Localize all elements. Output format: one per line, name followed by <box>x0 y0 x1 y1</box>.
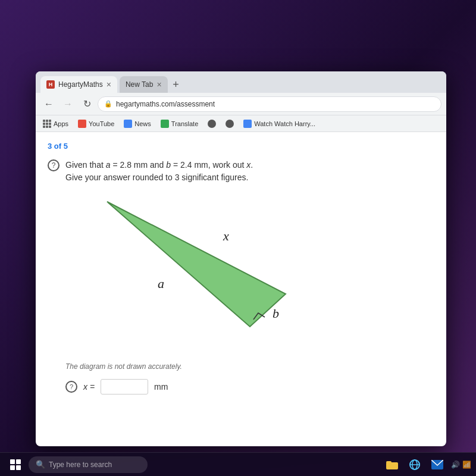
taskbar-icon-folder[interactable] <box>383 456 401 474</box>
question-counter: 3 of 5 <box>48 142 434 151</box>
tab-label-newtab: New Tab <box>126 80 153 89</box>
tab-newtab[interactable]: New Tab × <box>120 76 168 93</box>
address-text: hegartymaths.com/assessment <box>116 100 215 108</box>
svg-text:b: b <box>273 306 279 321</box>
tab-hegartymaths[interactable]: H HegartyMaths × <box>40 76 117 93</box>
question-text: Given that a = 2.8 mm and b = 2.4 mm, wo… <box>65 159 253 184</box>
taskbar-right: 🔊 📶 <box>383 456 471 474</box>
bookmark-watch-label: Watch Watch Harry... <box>254 120 315 127</box>
back-button[interactable]: ← <box>40 96 57 112</box>
answer-input[interactable] <box>101 379 148 394</box>
svg-text:a: a <box>158 276 164 291</box>
bookmark-apps[interactable]: Apps <box>40 118 71 129</box>
svg-marker-0 <box>107 202 286 327</box>
triangle-diagram: x a b <box>65 190 292 356</box>
svg-rect-5 <box>386 461 392 464</box>
tab-bar: H HegartyMaths × New Tab × + <box>36 71 446 93</box>
apps-icon <box>43 120 51 128</box>
bookmark-translate[interactable]: Translate <box>158 118 201 129</box>
globe-icon-1 <box>208 120 216 128</box>
bookmark-youtube[interactable]: YouTube <box>76 118 117 129</box>
lock-icon: 🔒 <box>104 100 112 108</box>
browser-chrome: H HegartyMaths × New Tab × + ← → ↻ 🔒 heg… <box>36 71 446 132</box>
new-tab-button[interactable]: + <box>168 76 184 93</box>
news-icon <box>124 120 132 128</box>
windows-logo <box>10 459 21 470</box>
bookmarks-bar: Apps YouTube News Translate Wa <box>36 115 446 132</box>
google-icon <box>243 120 252 128</box>
tab-label-hegartymaths: HegartyMaths <box>58 80 103 89</box>
triangle-svg: x a b <box>65 190 292 356</box>
question-help-icon[interactable]: ? <box>48 159 60 171</box>
svg-text:x: x <box>223 228 229 243</box>
taskbar-search[interactable]: 🔍 Type here to search <box>29 456 148 473</box>
answer-help-icon[interactable]: ? <box>65 381 77 393</box>
bookmark-youtube-label: YouTube <box>89 120 114 127</box>
bookmark-globe2[interactable] <box>223 118 236 129</box>
answer-row: ? x = mm <box>65 379 434 394</box>
bookmark-apps-label: Apps <box>54 120 68 127</box>
answer-label: x = <box>83 382 95 392</box>
network-icon: 📶 <box>462 461 471 469</box>
start-button[interactable] <box>5 455 26 474</box>
reload-button[interactable]: ↻ <box>79 96 95 112</box>
question-area: ? Given that a = 2.8 mm and b = 2.4 mm, … <box>48 159 434 184</box>
sys-tray: 🔊 📶 <box>451 461 471 469</box>
clock: 🔊 <box>451 461 460 469</box>
forward-button[interactable]: → <box>60 96 76 112</box>
tab-close-newtab[interactable]: × <box>156 80 161 89</box>
taskbar-icon-browser[interactable] <box>406 456 424 474</box>
taskbar: 🔍 Type here to search 🔊 📶 <box>0 452 476 476</box>
diagram-caption: The diagram is not drawn accurately. <box>65 362 434 371</box>
address-bar[interactable]: 🔒 hegartymaths.com/assessment <box>98 96 441 112</box>
taskbar-search-icon: 🔍 <box>36 460 45 469</box>
nav-bar: ← → ↻ 🔒 hegartymaths.com/assessment <box>36 93 446 115</box>
page-content: 3 of 5 ? Given that a = 2.8 mm and b = 2… <box>36 132 446 446</box>
youtube-icon <box>78 120 86 128</box>
bookmark-google-watch[interactable]: Watch Watch Harry... <box>241 118 318 129</box>
taskbar-icon-mail[interactable] <box>428 456 446 474</box>
translate-icon <box>161 120 169 128</box>
answer-unit: mm <box>154 382 168 392</box>
bookmark-news-label: News <box>134 120 151 127</box>
globe-icon-2 <box>226 120 234 128</box>
bookmark-translate-label: Translate <box>171 120 198 127</box>
bookmark-globe1[interactable] <box>205 118 218 129</box>
browser-window: H HegartyMaths × New Tab × + ← → ↻ 🔒 heg… <box>36 71 446 446</box>
bookmark-news[interactable]: News <box>121 118 154 129</box>
tab-close-hegartymaths[interactable]: × <box>107 80 111 89</box>
taskbar-search-placeholder: Type here to search <box>49 461 112 469</box>
